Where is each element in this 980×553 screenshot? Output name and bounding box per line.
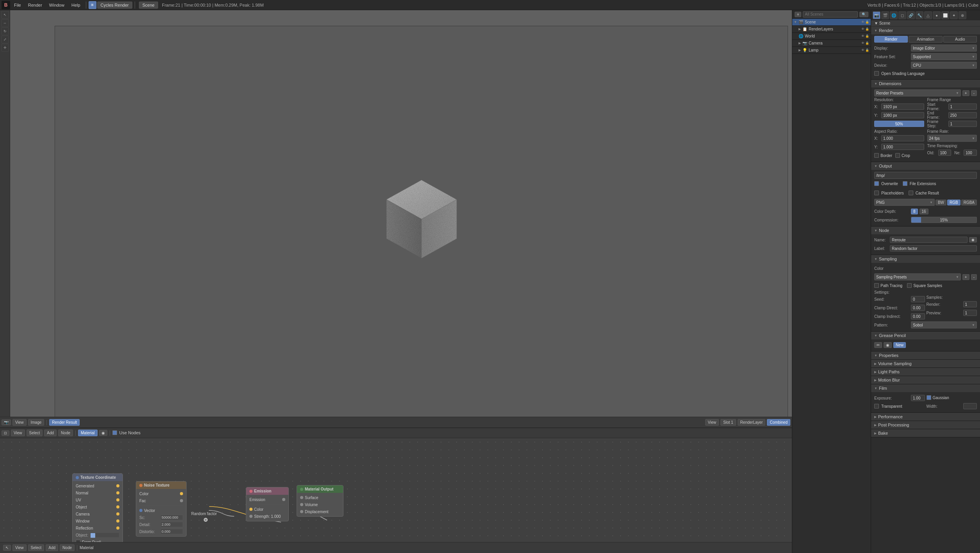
props-physics-icon[interactable]: ⊕	[959, 11, 966, 19]
node-name-icon[interactable]: ◉	[969, 237, 977, 243]
props-modifier-icon[interactable]: 🔧	[916, 11, 923, 19]
menu-help[interactable]: Help	[68, 2, 84, 8]
props-data-icon[interactable]: △	[924, 11, 932, 19]
tc-fromdupli-checkbox[interactable]	[76, 540, 80, 542]
vp-view2-btn[interactable]: View	[705, 419, 719, 426]
vp-rotate-icon[interactable]: ↻	[1, 27, 9, 35]
renderlayer-btn[interactable]: RenderLayer	[738, 419, 766, 426]
start-value[interactable]: 1	[948, 103, 977, 110]
ci-value[interactable]: 0.00	[911, 313, 925, 319]
new-value[interactable]: 100	[964, 150, 977, 156]
props-texture-icon[interactable]: ⬜	[941, 11, 949, 19]
width-value[interactable]	[963, 403, 977, 409]
render-result-btn[interactable]: Render Result	[49, 419, 80, 426]
device-dropdown[interactable]: CPU ▼	[911, 62, 977, 69]
props-object-icon[interactable]: ◻	[898, 11, 906, 19]
rate-dropdown[interactable]: 24 fps ▼	[927, 135, 977, 142]
ne-view-btn[interactable]: View	[12, 544, 27, 551]
aspect-x-value[interactable]: 1.000	[881, 135, 924, 141]
ne-select-btn[interactable]: Select	[28, 544, 44, 551]
props-constraints-icon[interactable]: 🔗	[907, 11, 915, 19]
node-label-field[interactable]: Random factor	[890, 245, 977, 252]
rgb-btn[interactable]: RGB	[947, 200, 960, 205]
rp-add-btn[interactable]: +	[962, 90, 969, 96]
nt-fac-out[interactable]	[180, 499, 183, 502]
gp-node-icon[interactable]: ◉	[884, 342, 892, 348]
mb-header[interactable]: ▶ Motion Blur	[871, 376, 980, 384]
display-dropdown[interactable]: Image Editor ▼	[911, 45, 977, 52]
perf-header[interactable]: ▶ Performance	[871, 413, 980, 421]
node-material-btn[interactable]: Material	[78, 430, 98, 436]
vp-image-btn[interactable]: Image	[28, 419, 44, 426]
use-nodes-checkbox[interactable]	[112, 430, 117, 435]
vp-translate-icon[interactable]: ↔	[1, 19, 9, 27]
nt-color-out[interactable]	[180, 492, 183, 495]
output-header[interactable]: ▼ Output	[871, 162, 980, 170]
outliner-search[interactable]	[803, 11, 858, 18]
outliner-item-renderlayers[interactable]: ▶ 📋 RenderLayers 👁🔒	[792, 26, 871, 33]
cd2-value[interactable]: 0.00	[911, 305, 925, 311]
vp-view-btn[interactable]: View	[12, 419, 27, 426]
node-editor-icon[interactable]: ⊡	[2, 430, 9, 436]
tc-object-out[interactable]	[116, 505, 119, 508]
crop-checkbox[interactable]	[895, 153, 900, 158]
bw-btn[interactable]: BW	[936, 200, 946, 205]
format-dropdown[interactable]: PNG ▼	[874, 199, 935, 206]
props-particles-icon[interactable]: ✦	[950, 11, 958, 19]
aspect-y-value[interactable]: 1.000	[881, 144, 924, 150]
compression-slider[interactable]: 15%	[911, 217, 977, 223]
tc-uv-out[interactable]	[116, 498, 119, 501]
end-value[interactable]: 250	[948, 112, 977, 118]
render-engine-selector[interactable]: Cycles Render	[97, 2, 132, 9]
sampling-header[interactable]: ▼ Sampling	[871, 255, 980, 263]
vp-camera-icon[interactable]: 📷	[2, 419, 11, 425]
pp-header[interactable]: ▶ Post Processing	[871, 421, 980, 429]
path-field[interactable]: /tmp/	[874, 172, 977, 179]
outliner-item-scene[interactable]: ▼ 🎬 Scene 👁🔒	[792, 19, 871, 26]
outliner-search-btn[interactable]: 🔍	[859, 12, 868, 17]
sp-rem-btn[interactable]: -	[971, 274, 977, 280]
pattern-dropdown[interactable]: Sobol ▼	[911, 321, 977, 328]
menu-window[interactable]: Window	[46, 2, 68, 8]
mat-out-header[interactable]: Material Output	[297, 485, 343, 493]
rp-remove-btn[interactable]: -	[971, 90, 977, 96]
step-value[interactable]: 1	[948, 121, 977, 127]
props-scene-icon[interactable]: 🎬	[881, 11, 889, 19]
tc-generated-out[interactable]	[116, 484, 119, 487]
em-color-in[interactable]	[249, 508, 253, 511]
menu-render[interactable]: Render	[25, 2, 45, 8]
cd-16-btn[interactable]: 16	[920, 209, 928, 214]
res-pct-value[interactable]: 50%	[874, 121, 924, 127]
node-material-icon[interactable]: ◉	[99, 430, 107, 436]
vp-tfm-icon[interactable]: ✛	[1, 44, 9, 52]
gp-header[interactable]: ▼ Grease Pencil	[871, 332, 980, 339]
render-tab-audio[interactable]: Audio	[943, 36, 977, 43]
tc-normal-out[interactable]	[116, 491, 119, 494]
noise-texture-header[interactable]: Noise Texture	[136, 482, 186, 489]
exposure-value[interactable]: 1.00	[911, 395, 925, 401]
lp-header[interactable]: ▶ Light Paths	[871, 368, 980, 376]
border-checkbox[interactable]	[874, 153, 879, 158]
rgba-btn[interactable]: RGBA	[961, 200, 977, 205]
sq-samples-checkbox[interactable]	[907, 283, 912, 288]
node-name-field[interactable]: Reroute	[890, 237, 968, 243]
cd-8-btn[interactable]: 8	[911, 209, 918, 214]
node-view-btn[interactable]: View	[11, 430, 25, 436]
placeholder-checkbox[interactable]	[874, 191, 879, 195]
combined-btn[interactable]: Combined	[767, 419, 790, 426]
slot-btn[interactable]: Slot 1	[720, 419, 736, 426]
sp-add-btn[interactable]: +	[962, 274, 969, 280]
em-out[interactable]	[282, 498, 285, 501]
transparent-checkbox[interactable]	[874, 404, 879, 409]
texture-coord-header[interactable]: Texture Coordinate	[73, 474, 123, 481]
rend-value[interactable]: 1	[963, 301, 977, 307]
outliner-item-camera[interactable]: ▶ 📷 Camera 👁🔒	[792, 40, 871, 47]
dimensions-header[interactable]: ▼ Dimensions	[871, 80, 980, 87]
render-section-header[interactable]: ▼ Render	[871, 27, 980, 34]
emission-header[interactable]: Emission	[246, 487, 288, 495]
bake-header[interactable]: ▶ Bake	[871, 429, 980, 437]
render-tab-render[interactable]: Render	[874, 36, 908, 43]
overwrite-checkbox[interactable]	[874, 181, 879, 186]
render-presets-dropdown[interactable]: Render Presets ▼	[874, 89, 961, 96]
vp-select-icon[interactable]: ↖	[1, 11, 9, 19]
